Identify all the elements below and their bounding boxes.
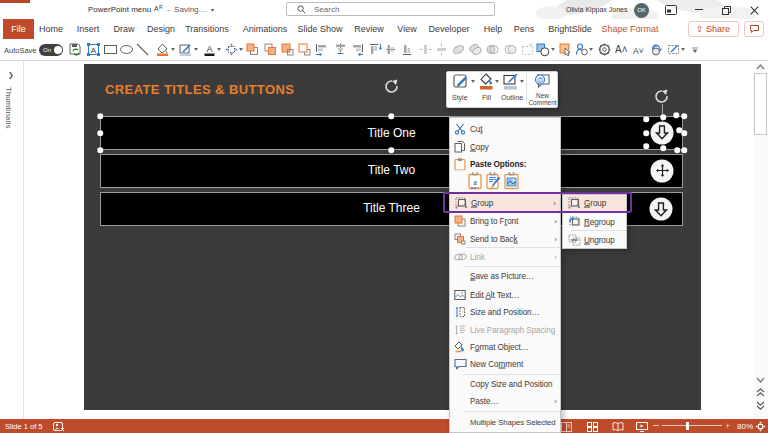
svg-text:A: A <box>206 44 212 54</box>
svg-text:A: A <box>91 46 97 55</box>
svg-text:@: @ <box>537 76 544 83</box>
svg-text:a: a <box>473 178 477 187</box>
